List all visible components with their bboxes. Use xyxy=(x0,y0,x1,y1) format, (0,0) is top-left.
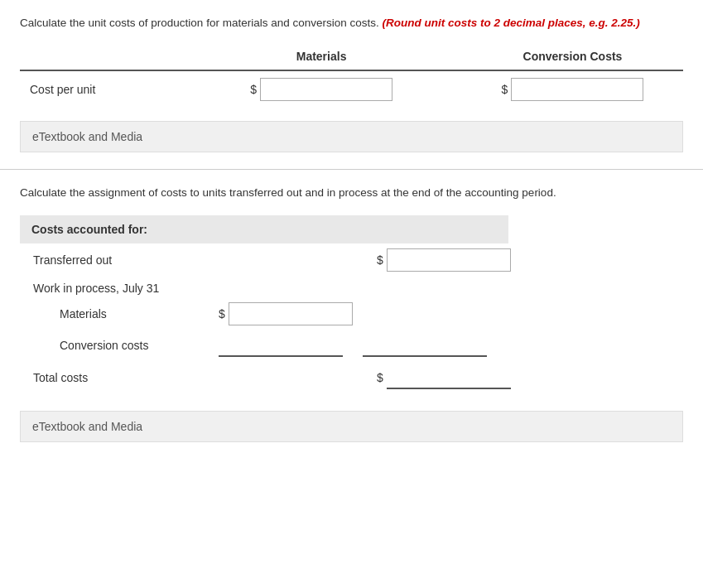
materials-cost-input[interactable] xyxy=(260,78,392,101)
materials-dollar-group: $ xyxy=(190,78,452,101)
materials-wip-dollar: $ xyxy=(219,307,225,321)
conversion-cost-input[interactable] xyxy=(511,78,643,101)
cost-per-unit-row: Cost per unit $ $ xyxy=(20,70,683,108)
transferred-dollar-sign: $ xyxy=(377,253,383,267)
conversion-cost-cell: $ xyxy=(462,70,683,108)
section1-instruction: Calculate the unit costs of production f… xyxy=(20,15,683,31)
total-costs-label: Total costs xyxy=(20,371,202,384)
section-unit-costs: Calculate the unit costs of production f… xyxy=(0,0,703,170)
total-costs-dollar: $ xyxy=(377,371,383,384)
instruction-text: Calculate the unit costs of production f… xyxy=(20,17,379,29)
conversion-costs-wip-label: Conversion costs xyxy=(20,339,202,352)
materials-wip-label: Materials xyxy=(20,307,202,321)
materials-wip-row: Materials $ xyxy=(20,298,683,330)
cost-per-unit-label: Cost per unit xyxy=(20,70,181,108)
section2-instruction: Calculate the assignment of costs to uni… xyxy=(20,185,683,201)
conversion-dollar-sign: $ xyxy=(502,83,508,96)
total-costs-row: Total costs $ xyxy=(20,361,683,394)
conversion-costs-left-input[interactable] xyxy=(219,334,343,357)
etextbook-bar-1: eTextbook and Media xyxy=(20,121,683,152)
conversion-dollar-group: $ xyxy=(472,78,673,101)
conversion-costs-right-input[interactable] xyxy=(363,334,487,357)
etextbook-bar-2: eTextbook and Media xyxy=(20,411,683,442)
col-label-header xyxy=(20,45,181,70)
instruction-highlight: (Round unit costs to 2 decimal places, e… xyxy=(383,17,640,29)
section-cost-assignment: Calculate the assignment of costs to uni… xyxy=(0,170,703,458)
etextbook-label-2: eTextbook and Media xyxy=(32,420,142,433)
conversion-costs-wip-row: Conversion costs xyxy=(20,330,683,361)
materials-dollar-sign: $ xyxy=(250,83,257,96)
materials-header: Materials xyxy=(181,45,462,70)
materials-cost-cell: $ xyxy=(181,70,462,108)
unit-cost-table: Materials Conversion Costs Cost per unit… xyxy=(20,45,683,108)
materials-wip-input[interactable] xyxy=(229,302,353,325)
transferred-out-row: Transferred out $ xyxy=(20,243,683,277)
unit-cost-table-container: Materials Conversion Costs Cost per unit… xyxy=(20,45,683,108)
total-costs-input[interactable] xyxy=(387,366,511,389)
etextbook-label-1: eTextbook and Media xyxy=(32,130,142,143)
costs-accounted-header: Costs accounted for: xyxy=(20,215,508,243)
wip-label: Work in process, July 31 xyxy=(20,277,683,298)
transferred-out-label: Transferred out xyxy=(20,253,202,267)
conversion-costs-header: Conversion Costs xyxy=(462,45,683,70)
transferred-out-input[interactable] xyxy=(387,248,511,272)
